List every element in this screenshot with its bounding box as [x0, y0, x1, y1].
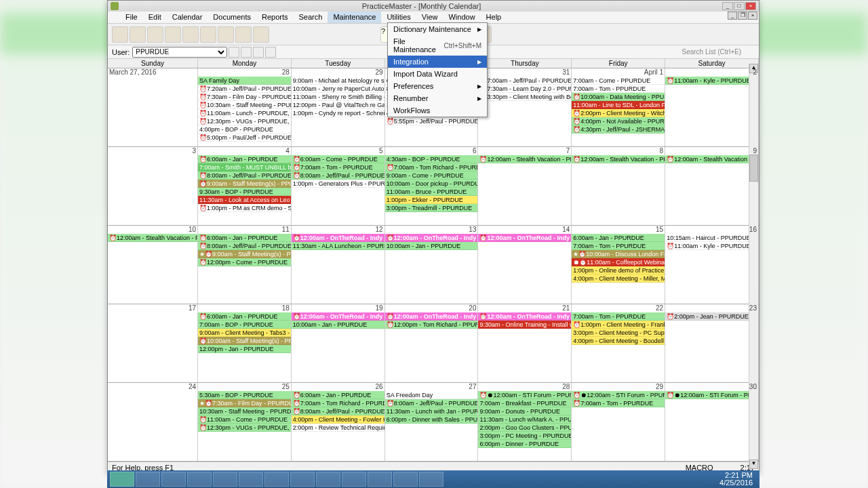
calendar-event[interactable]: ⏰2:00pm - Client Meeting - Witcher Law [572, 109, 665, 117]
calendar-event[interactable]: ⏰7:00am - Jeff/Paul - PPURDUE, JSHE [478, 77, 571, 85]
day-cell[interactable]: April 17:00am - Come - PPURDUE7:00am - T… [572, 68, 665, 146]
menu-item-import-data-wizard[interactable]: Import Data Wizard [388, 68, 487, 80]
calendar-event[interactable]: ⏰8:00am - Jeff/Paul - PPURDUE, JS [292, 407, 384, 415]
calendar-event[interactable]: ⏰10:30am - Staff Meeting - PPURDUE [198, 101, 291, 109]
calendar-event[interactable]: ⏰12:00am - OnTheRoad - Indy - PPUR [292, 234, 384, 242]
calendar-event[interactable]: 3:00pm - Client Meeting - PC Support, In [572, 329, 665, 337]
calendar-event[interactable]: ⏰9:00am - Staff Meeting(s) - PPURDU [198, 180, 291, 188]
toolbar-button[interactable] [235, 26, 252, 43]
calendar-event[interactable]: ⏰2:00pm - Jean - PPURDUE [665, 312, 758, 321]
calendar-event[interactable]: ⏰7:00am - Tom Richard - PPURDUE [385, 163, 478, 171]
toolbar-button[interactable] [165, 26, 181, 43]
calendar-event[interactable]: ⏰12:00pm - Tom Richard - PPURDUE [385, 321, 478, 329]
menu-search[interactable]: Search [294, 12, 328, 23]
calendar-event[interactable]: 11:30am - Lunch w/Mark A. - PPURDUE [478, 415, 571, 424]
calendar-event[interactable]: 4:00pm - Client Meeting - Miller, Marl, … [572, 274, 665, 283]
calendar-event[interactable]: ⏰7:00am - Tom Richard - PPURDUE [292, 399, 384, 407]
calendar-event[interactable]: ⏰7:00am - Tom - PPURDUE [292, 163, 384, 171]
calendar-event[interactable]: ★⏰10:00am - Discuss London Fischer ex [572, 250, 665, 258]
calendar-event[interactable]: ⏰12:30pm - VUGs - PPURDUE, PAU [198, 424, 291, 432]
day-cell[interactable]: 156:00am - Jan - PPURDUE7:00am - Tom - P… [572, 226, 665, 304]
vertical-scrollbar[interactable]: ▲ ▼ [749, 64, 758, 469]
calendar-event[interactable]: 9:30am - BOP - PPURDUE [198, 188, 291, 196]
calendar-event[interactable]: 6:00pm - Dinner with Sales - PPURDUE [385, 415, 478, 424]
calendar-event[interactable]: ⏰11:00am - Lunch - PPURDUE, C01 [198, 109, 291, 117]
calendar-event[interactable]: ⏰6:00am - Jan - PPURDUE [292, 391, 384, 399]
taskbar-app-icon[interactable] [393, 472, 418, 487]
calendar-event[interactable]: 4:00pm - BOP - PPURDUE [198, 125, 291, 134]
calendar-event[interactable]: 11:00am - Line to SDL - London Fischer [572, 101, 665, 109]
calendar-event[interactable]: ⏰7:30am - Learn Day 2.0 - PPURDUE [478, 85, 571, 93]
maximize-button[interactable]: □ [734, 2, 745, 10]
calendar-event[interactable]: ⏰1:00pm - Client Meeting - Franklin Cour [572, 321, 665, 329]
calendar-event[interactable]: 11:00am - Sheny re Smith Billing - Smith [292, 93, 384, 101]
day-cell[interactable]: 10⏰12:00am - Stealth Vacation - PPURDU [108, 226, 198, 304]
calendar-event[interactable]: 9:00am - Client Meeting - Tabs3 - Mollic… [198, 329, 291, 337]
calendar-event[interactable]: 9:30am - Online Training - Install with … [478, 321, 571, 329]
calendar-event[interactable]: 4:00pm - Client Meeting - Boodell & Dom [572, 337, 665, 345]
calendar-event[interactable]: ⏰10:00am - Staff Meeting(s) - PPURDU [198, 337, 291, 345]
taskbar-app-icon[interactable] [239, 472, 263, 487]
taskbar-chrome-icon[interactable] [161, 472, 186, 487]
day-cell[interactable]: 17 [108, 304, 198, 382]
calendar-event[interactable]: 9:00am - Come - PPURDUE [385, 171, 478, 180]
calendar-event[interactable]: 7:00am - Breakfast - PPURDUE [478, 399, 571, 407]
calendar-event[interactable]: ⏰1:00pm - PM as CRM demo - Stoll Ber [198, 204, 291, 212]
menu-item-file-maintenance[interactable]: File MaintenanceCtrl+Shift+M [388, 35, 487, 56]
calendar-event[interactable]: 11:30am - Look at Access on Leo Marti [198, 196, 291, 204]
calendar-event[interactable]: 7:00am - BOP - PPURDUE [198, 321, 291, 329]
calendar-event[interactable]: ⏰12:30pm - VUGs - PPURDUE, PAU [198, 117, 291, 125]
day-cell[interactable]: 26⏰6:00am - Jan - PPURDUE⏰7:00am - Tom R… [292, 383, 385, 461]
day-cell[interactable]: March 27, 2016 [108, 68, 198, 146]
day-cell[interactable]: 4⏰6:00am - Jan - PPURDUE7:00am - Smith -… [198, 147, 292, 225]
taskbar-app-icon[interactable] [342, 472, 366, 487]
calendar-event[interactable]: 2:00pm - Review Technical Requirem [292, 424, 384, 432]
calendar-event[interactable]: ⏰⏺12:00am - STI Forum - PPURDUE [478, 391, 571, 399]
calendar-event[interactable]: ⏰7:00am - Tom - PPURDUE [572, 399, 665, 407]
export-icon[interactable] [253, 47, 264, 58]
calendar-event[interactable]: 3:00pm - Treadmill - PPURDUE [385, 204, 478, 212]
calendar-event[interactable]: 4:30am - BOP - PPURDUE [385, 155, 478, 163]
scroll-thumb[interactable] [749, 155, 758, 182]
menu-maintenance[interactable]: Maintenance [328, 12, 381, 23]
calendar-event[interactable]: ⏰11:00am - Kyle - PPURDUE [665, 242, 758, 250]
calendar-event[interactable]: 9:00am - Michael at Netology re server [292, 77, 384, 85]
calendar-event[interactable]: 10:00am - Jerry re PaperCut Automation [292, 85, 384, 93]
menu-reports[interactable]: Reports [256, 12, 294, 23]
close-button[interactable]: × [745, 2, 756, 10]
calendar-event[interactable]: ⏰6:00am - Jan - PPURDUE [198, 312, 291, 321]
minimize-button[interactable]: _ [722, 2, 733, 10]
taskbar-app-icon[interactable] [316, 472, 340, 487]
menu-item-preferences[interactable]: Preferences▶ [388, 80, 487, 92]
calendar-event[interactable]: 12:00pm - Jan - PPURDUE [198, 345, 291, 353]
calendar-event[interactable]: ⏰8:00am - Jeff/Paul - PPURDUE, JS [198, 171, 291, 180]
calendar-event[interactable]: 11:30am - ALA Luncheon - PPURDUE [292, 242, 384, 250]
day-cell[interactable]: 30⏰⏺12:00am - STI Forum - PPURDUE [665, 383, 759, 461]
calendar-event[interactable]: ⏰⏺12:00am - STI Forum - PPURDUE [665, 391, 758, 399]
calendar-event[interactable]: ⏰7:20am - Jeff/Paul - PPURDUE [198, 85, 291, 93]
calendar-event[interactable]: ⏰12:00am - OnTheRoad - Indy - PPUR [292, 312, 384, 321]
calendar-event[interactable]: ⏰12:00pm - Come - PPURDUE [198, 258, 291, 266]
calendar-event[interactable]: ★⏰9:00am - Staff Meeting(s) - PPURDU [198, 250, 291, 258]
search-input[interactable]: Search List (Ctrl+E) [682, 48, 755, 56]
print-icon[interactable] [229, 47, 239, 58]
calendar-event[interactable]: ⏰7:30am - Film Day - PPURDUE, C01 [198, 93, 291, 101]
calendar-event[interactable]: ⏰11:00am - Come - PPURDUE [198, 415, 291, 424]
calendar-event[interactable]: 11:00am - Bruce - PPURDUE [385, 188, 478, 196]
refresh-icon[interactable] [241, 47, 252, 58]
calendar-event[interactable]: ⏰10:00am - Data Meeting - PPURDU [572, 93, 665, 101]
calendar-event[interactable]: 10:00am - Door pickup - PPURDUE [385, 180, 478, 188]
day-cell[interactable]: 7⏰12:00am - Stealth Vacation - PPURD [478, 147, 572, 225]
calendar-event[interactable]: 3:00pm - PC Meeting - PPURDUE [478, 432, 571, 440]
calendar-event[interactable]: ⏰8:00am - Jeff/Paul - PPURDUE, JS [198, 242, 291, 250]
toolbar-button[interactable] [112, 26, 128, 43]
day-cell[interactable]: 2⏰11:00am - Kyle - PPURDUE [665, 68, 759, 146]
day-cell[interactable]: 28⏰⏺12:00am - STI Forum - PPURDUE7:00am … [478, 383, 572, 461]
menu-edit[interactable]: Edit [143, 12, 167, 23]
calendar-event[interactable]: ⏰8:00am - Jeff/Paul - PPURDUE, JS [292, 171, 384, 180]
calendar-event[interactable]: 10:15am - Haircut - PPURDUE [665, 234, 758, 242]
taskbar-app-icon[interactable] [264, 472, 289, 487]
toolbar-button[interactable] [130, 26, 146, 43]
calendar-event[interactable]: 1:00pm - Generators Plus - PPURDUE [292, 180, 384, 188]
day-cell[interactable]: 11⏰6:00am - Jan - PPURDUE⏰8:00am - Jeff/… [198, 226, 292, 304]
